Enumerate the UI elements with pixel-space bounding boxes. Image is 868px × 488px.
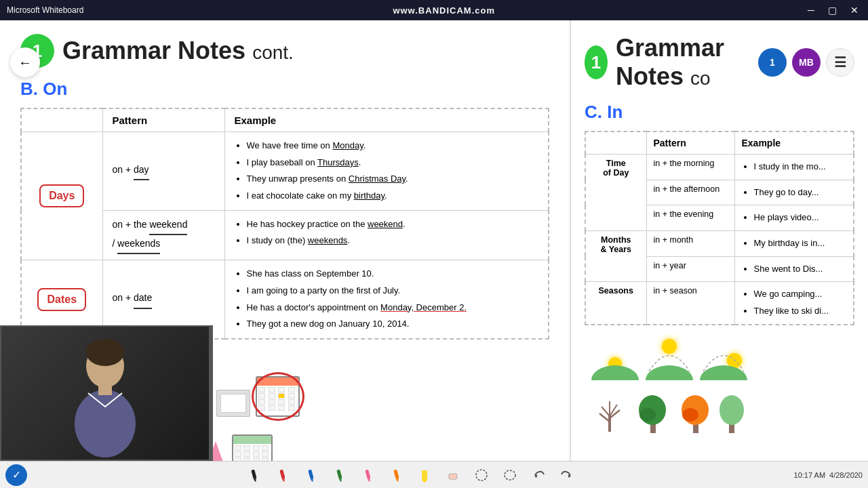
right-header: 1 Grammar Notes co 1 MB ☰ — [585, 34, 854, 91]
select-tool[interactable]: ✓ — [5, 464, 27, 486]
grammar-table-left: Pattern Example Days on + day We have fr… — [20, 108, 549, 340]
minimize-btn[interactable]: ─ — [804, 5, 818, 16]
svg-rect-18 — [252, 469, 257, 479]
pattern-in-evening: in + the evening — [646, 205, 734, 231]
system-tray: 10:17 AM 4/28/2020 — [794, 471, 863, 479]
pattern-in-afternoon: in + the afternoon — [646, 180, 734, 205]
grammar-table-right-container: Pattern Example Timeof Day in + the morn… — [585, 131, 854, 325]
category-dates: Dates — [37, 288, 86, 311]
person-silhouette — [54, 329, 156, 458]
close-btn[interactable]: ✕ — [848, 5, 861, 16]
col-pattern: Pattern — [102, 108, 224, 132]
category-months-years: Months& Years — [585, 231, 646, 282]
col-category — [21, 108, 102, 132]
tree-bare-svg — [591, 394, 629, 435]
pen-red-icon — [275, 468, 290, 483]
webcam-border — [210, 325, 213, 461]
example-season: We go camping... They like to ski di... — [734, 282, 854, 325]
section-subtitle-left: B. On — [20, 79, 549, 100]
lasso-btn[interactable] — [498, 463, 522, 487]
pattern-in-morning: in + the morning — [646, 155, 734, 180]
pen-orange-btn[interactable] — [384, 463, 408, 487]
category-time-of-day: Timeof Day — [585, 155, 646, 231]
svg-rect-26 — [366, 469, 371, 479]
svg-rect-20 — [280, 469, 285, 479]
redo-icon — [559, 468, 574, 483]
pattern-on-day: on + day — [102, 132, 224, 211]
category-seasons: Seasons — [585, 282, 646, 325]
pen-green-icon — [332, 468, 347, 483]
pen-blue-icon — [303, 468, 318, 483]
toolbar-left: ✓ — [5, 464, 27, 486]
svg-marker-31 — [422, 480, 427, 483]
svg-point-13 — [719, 395, 744, 425]
svg-marker-21 — [282, 479, 285, 483]
noon-sun — [646, 336, 693, 380]
app-title: Microsoft Whiteboard — [7, 5, 83, 15]
svg-marker-27 — [368, 479, 371, 483]
section-title-left: Grammar Notes cont. — [62, 37, 294, 65]
circle-select-btn[interactable] — [469, 463, 494, 487]
calendar-icon-3 — [256, 376, 300, 417]
right-col-cat — [585, 131, 646, 155]
svg-marker-19 — [254, 479, 257, 483]
examples-days: We have free time on Monday. I play base… — [224, 132, 549, 211]
table-row: Timeof Day in + the morning I study in t… — [585, 155, 854, 180]
maximize-btn[interactable]: ▢ — [826, 5, 840, 16]
example-month: My birthday is in... — [734, 231, 854, 257]
tree-partial — [719, 391, 747, 435]
user-icon-btn[interactable]: 1 — [758, 48, 787, 77]
date-display: 4/28/2020 — [829, 471, 863, 479]
highlighter-btn[interactable] — [412, 463, 437, 487]
eraser-icon — [446, 468, 460, 483]
taskbar: ✓ — [0, 461, 868, 488]
pattern-in-season: in + season — [646, 282, 734, 325]
svg-rect-12 — [729, 424, 734, 433]
svg-rect-16 — [98, 385, 112, 395]
drawing-tools — [241, 463, 579, 487]
pen-red-btn[interactable] — [270, 463, 294, 487]
svg-point-11 — [682, 408, 698, 422]
svg-point-15 — [75, 390, 136, 458]
table-row: Seasons in + season We go camping... The… — [585, 282, 854, 325]
pen-orange-icon — [389, 468, 403, 483]
pen-pink-btn[interactable] — [355, 463, 380, 487]
svg-point-17 — [86, 339, 124, 366]
svg-rect-6 — [650, 424, 656, 433]
morning-sun — [591, 336, 639, 380]
time-display: 10:17 AM — [794, 471, 825, 479]
grammar-table-right: Pattern Example Timeof Day in + the morn… — [585, 131, 854, 325]
svg-point-33 — [476, 470, 487, 481]
svg-rect-28 — [394, 469, 399, 479]
redo-btn[interactable] — [555, 463, 579, 487]
pen-black-btn[interactable] — [241, 463, 266, 487]
back-button[interactable]: ← — [10, 47, 40, 77]
undo-icon — [531, 468, 546, 483]
svg-marker-23 — [311, 479, 314, 483]
svg-line-3 — [601, 407, 610, 416]
svg-marker-29 — [396, 479, 399, 483]
svg-rect-30 — [422, 470, 427, 480]
season-illustrations-top — [585, 336, 854, 380]
user-initials-btn[interactable]: MB — [792, 48, 821, 77]
menu-btn[interactable]: ☰ — [826, 48, 854, 77]
right-panel: 1 Grammar Notes co 1 MB ☰ C. In Pattern — [571, 20, 868, 461]
tree-partial-svg — [719, 391, 747, 435]
pattern-in-year: in + year — [646, 256, 734, 282]
undo-btn[interactable] — [526, 463, 551, 487]
pen-green-btn[interactable] — [327, 463, 351, 487]
svg-rect-9 — [693, 424, 698, 433]
calendar-with-circle — [256, 376, 300, 417]
pen-blue-btn[interactable] — [298, 463, 323, 487]
title-bar: Microsoft Whiteboard www.BANDICAM.com ─ … — [0, 0, 868, 20]
svg-marker-35 — [534, 474, 538, 478]
tree-autumn — [677, 391, 714, 435]
pen-pink-icon — [360, 468, 375, 483]
tree-green-svg — [634, 391, 671, 435]
examples-weekend: He has hockey practice on the weekend. I… — [224, 210, 549, 260]
svg-rect-24 — [337, 469, 342, 479]
eraser-btn[interactable] — [441, 463, 465, 487]
user-buttons: 1 MB ☰ — [758, 48, 854, 77]
webcam-feed — [1, 327, 209, 460]
section-subtitle-right: C. In — [585, 102, 854, 123]
